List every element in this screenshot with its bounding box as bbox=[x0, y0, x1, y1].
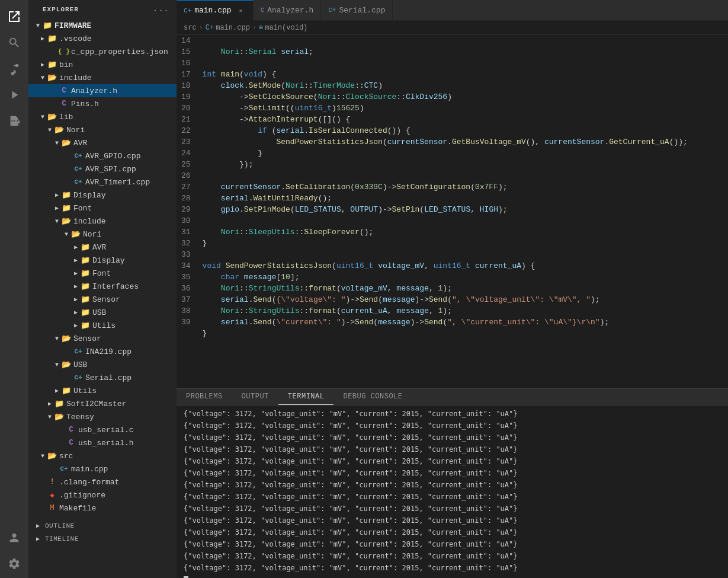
tree-arrow-nori-sub: ▼ bbox=[62, 231, 71, 238]
tree-item-nori-sub[interactable]: ▼ 📂 Nori bbox=[28, 228, 177, 241]
tab-close-main-cpp[interactable]: ✕ bbox=[236, 6, 246, 15]
code-content[interactable]: Nori::Serial serial; int main(void) { cl… bbox=[198, 35, 728, 388]
tree-item-utils[interactable]: ▶ 📁 Utils bbox=[28, 384, 177, 397]
tree-item-main-cpp[interactable]: ▶ C+ main.cpp bbox=[28, 462, 177, 475]
tree-item-include-nori[interactable]: ▼ 📂 include bbox=[28, 215, 177, 228]
tree-item-avr-gpio[interactable]: ▶ C+ AVR_GPIO.cpp bbox=[28, 149, 177, 162]
tree-item-display-sub[interactable]: ▶ 📁 Display bbox=[28, 254, 177, 267]
tree-item-display[interactable]: ▶ 📁 Display bbox=[28, 189, 177, 202]
tree-item-ina219[interactable]: ▶ C+ INA219.cpp bbox=[28, 345, 177, 358]
tree-item-vscode[interactable]: ▶ 📁 .vscode bbox=[28, 32, 177, 45]
tree-item-src[interactable]: ▼ 📂 src bbox=[28, 449, 177, 462]
folder-icon-avr-sub: 📁 bbox=[81, 242, 90, 252]
search-icon[interactable] bbox=[2, 31, 26, 55]
folder-icon-utils: 📁 bbox=[62, 386, 71, 395]
tree-item-interfaces-sub[interactable]: ▶ 📁 Interfaces bbox=[28, 280, 177, 293]
timeline-section[interactable]: ▶ TIMELINE bbox=[28, 532, 177, 545]
folder-icon-avr: 📂 bbox=[62, 138, 71, 148]
tree-arrow-interfaces-sub: ▶ bbox=[71, 283, 81, 290]
tree-arrow-include-nori: ▼ bbox=[52, 218, 62, 225]
extensions-icon[interactable] bbox=[2, 109, 26, 133]
tree-item-avr[interactable]: ▼ 📂 AVR bbox=[28, 136, 177, 149]
folder-icon-font-sub: 📁 bbox=[81, 269, 90, 278]
cpp-file-icon6: C+ bbox=[59, 464, 69, 474]
sidebar-menu-icon[interactable]: ··· bbox=[153, 6, 169, 15]
panel-tab-debug-console[interactable]: DEBUG CONSOLE bbox=[333, 389, 412, 405]
terminal-line: {"voltage": 3172, "voltage_unit": "mV", … bbox=[177, 538, 728, 550]
tree-item-usb[interactable]: ▼ 📂 USB bbox=[28, 358, 177, 371]
terminal-line: {"voltage": 3172, "voltage_unit": "mV", … bbox=[177, 526, 728, 538]
tree-item-gitignore[interactable]: ▶ ◆ .gitignore bbox=[28, 488, 177, 502]
tab-analyzer-h[interactable]: C Analyzer.h bbox=[254, 0, 322, 21]
tree-item-usb-sub[interactable]: ▶ 📁 USB bbox=[28, 306, 177, 319]
cpp-file-icon2: C+ bbox=[73, 164, 83, 174]
tree-arrow-nori: ▼ bbox=[45, 127, 54, 133]
account-icon[interactable] bbox=[2, 526, 26, 550]
tree-item-utils-sub[interactable]: ▶ 📁 Utils bbox=[28, 319, 177, 332]
tree-item-softi2c[interactable]: ▶ 📁 SoftI2CMaster bbox=[28, 397, 177, 410]
breadcrumb-src[interactable]: src bbox=[184, 24, 197, 32]
folder-icon-usb: 📂 bbox=[62, 360, 71, 369]
tab-label-main-cpp: main.cpp bbox=[194, 6, 231, 15]
files-icon[interactable] bbox=[2, 5, 26, 28]
panel: PROBLEMS OUTPUT TERMINAL DEBUG CONSOLE {… bbox=[177, 388, 728, 578]
h-file-icon3: C bbox=[66, 438, 76, 448]
tree-item-usb-serial-c[interactable]: ▶ C usb_serial.c bbox=[28, 423, 177, 436]
folder-icon-utils-sub: 📁 bbox=[81, 321, 90, 330]
tree-item-usb-serial-h[interactable]: ▶ C usb_serial.h bbox=[28, 436, 177, 449]
panel-tab-terminal[interactable]: TERMINAL bbox=[278, 389, 334, 405]
terminal-line: {"voltage": 3172, "voltage_unit": "mV", … bbox=[177, 503, 728, 515]
tree-arrow-firmware: ▼ bbox=[33, 23, 43, 29]
folder-icon-vscode: 📁 bbox=[47, 34, 57, 43]
terminal-line: {"voltage": 3172, "voltage_unit": "mV", … bbox=[177, 479, 728, 491]
tree-item-nori[interactable]: ▼ 📂 Nori bbox=[28, 123, 177, 136]
sidebar: Explorer ··· ▼ 📁 FIRMWARE ▶ 📁 .vscode ▶ … bbox=[28, 0, 177, 578]
breadcrumb: src › C+ main.cpp › ⊕ main(void) bbox=[177, 21, 728, 35]
activity-bar bbox=[0, 0, 28, 578]
folder-icon-lib: 📂 bbox=[47, 112, 57, 122]
tree-item-include-top[interactable]: ▼ 📂 include bbox=[28, 71, 177, 84]
outline-section[interactable]: ▶ OUTLINE bbox=[28, 519, 177, 532]
cpp-file-icon4: C+ bbox=[73, 347, 83, 356]
tree-item-pins-h[interactable]: ▶ C Pins.h bbox=[28, 97, 177, 110]
tree-item-bin[interactable]: ▶ 📁 bin bbox=[28, 58, 177, 71]
tree-item-makefile[interactable]: ▶ M Makefile bbox=[28, 502, 177, 515]
tree-item-avr-sub[interactable]: ▶ 📁 AVR bbox=[28, 241, 177, 254]
folder-icon-sensor-sub: 📁 bbox=[81, 295, 90, 304]
settings-icon[interactable] bbox=[2, 552, 26, 576]
terminal-cursor-line bbox=[177, 574, 728, 578]
tree-arrow-avr-sub: ▶ bbox=[71, 244, 81, 251]
tab-main-cpp[interactable]: C+ main.cpp ✕ bbox=[177, 0, 254, 21]
tab-serial-cpp[interactable]: C+ Serial.cpp bbox=[321, 0, 393, 21]
folder-icon-nori: 📂 bbox=[54, 125, 64, 135]
tree-item-font-nori[interactable]: ▶ 📁 Font bbox=[28, 202, 177, 215]
tree-item-firmware[interactable]: ▼ 📁 FIRMWARE bbox=[28, 19, 177, 32]
terminal-line: {"voltage": 3172, "voltage_unit": "mV", … bbox=[177, 432, 728, 443]
tree-item-clang-format[interactable]: ▶ ! .clang-format bbox=[28, 475, 177, 488]
tree-item-avr-timer1[interactable]: ▶ C+ AVR_Timer1.cpp bbox=[28, 175, 177, 189]
tree-arrow-usb: ▼ bbox=[52, 362, 62, 368]
tree-item-lib[interactable]: ▼ 📂 lib bbox=[28, 110, 177, 123]
tree-arrow-vscode: ▶ bbox=[38, 35, 47, 42]
editor-area[interactable]: 1415161718 1920212223 2425262728 2930313… bbox=[177, 35, 728, 388]
tree-item-teensy[interactable]: ▼ 📂 Teensy bbox=[28, 410, 177, 423]
tree-item-sensor[interactable]: ▼ 📂 Sensor bbox=[28, 332, 177, 345]
tree-item-sensor-sub[interactable]: ▶ 📁 Sensor bbox=[28, 293, 177, 306]
tree-arrow-font-sub: ▶ bbox=[71, 270, 81, 277]
breadcrumb-file[interactable]: C+ main.cpp bbox=[206, 24, 250, 32]
tree-item-font-sub[interactable]: ▶ 📁 Font bbox=[28, 267, 177, 280]
tree-item-serial-cpp[interactable]: ▶ C+ Serial.cpp bbox=[28, 371, 177, 384]
panel-tab-problems[interactable]: PROBLEMS bbox=[177, 389, 232, 405]
panel-content[interactable]: {"voltage": 3172, "voltage_unit": "mV", … bbox=[177, 405, 728, 578]
source-control-icon[interactable] bbox=[2, 57, 26, 81]
tree-item-cpp-properties[interactable]: ▶ { } c_cpp_properties.json bbox=[28, 45, 177, 58]
tree-item-analyzer-h[interactable]: ▶ C Analyzer.h bbox=[28, 84, 177, 97]
tree-arrow-lib: ▼ bbox=[38, 114, 47, 120]
tree-item-avr-spi[interactable]: ▶ C+ AVR_SPI.cpp bbox=[28, 162, 177, 175]
tree-arrow-bin: ▶ bbox=[38, 61, 47, 68]
run-icon[interactable] bbox=[2, 83, 26, 107]
panel-tab-output[interactable]: OUTPUT bbox=[232, 389, 278, 405]
cpp-file-icon3: C+ bbox=[73, 177, 83, 187]
breadcrumb-function[interactable]: ⊕ main(void) bbox=[259, 23, 307, 32]
folder-icon-include-nori: 📂 bbox=[62, 216, 71, 226]
